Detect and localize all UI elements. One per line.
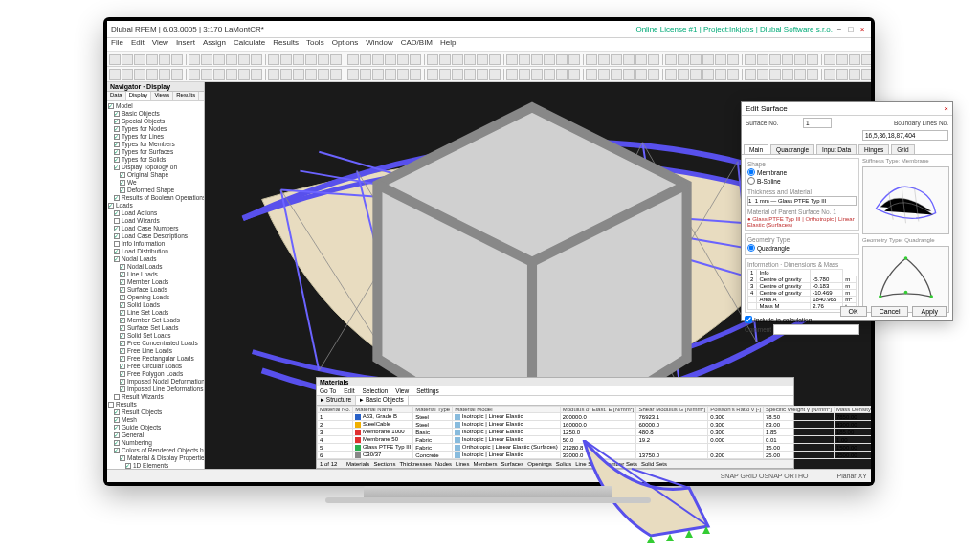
- toolbar-icon[interactable]: [201, 69, 212, 80]
- mat-foot-tab[interactable]: Materials: [346, 461, 369, 467]
- toolbar-icon[interactable]: [702, 69, 714, 80]
- nav-item[interactable]: Member Loads: [108, 278, 203, 286]
- shape-radio[interactable]: [747, 168, 755, 176]
- nav-checkbox[interactable]: [120, 180, 125, 186]
- include-calc-checkbox[interactable]: [745, 316, 752, 323]
- toolbar-icon[interactable]: [189, 54, 200, 65]
- nav-item[interactable]: Load Actions: [108, 209, 203, 217]
- toolbar-icon[interactable]: [159, 54, 170, 65]
- toolbar-icon[interactable]: [410, 69, 421, 80]
- nav-item[interactable]: Surface Loads: [108, 286, 203, 294]
- toolbar-icon[interactable]: [611, 69, 622, 80]
- nav-checkbox[interactable]: [114, 126, 120, 132]
- nav-tab[interactable]: Data: [107, 92, 126, 100]
- toolbar-icon[interactable]: [372, 69, 384, 80]
- nav-item[interactable]: Free Circular Loads: [108, 363, 203, 370]
- nav-item[interactable]: Member Set Loads: [108, 317, 203, 324]
- nav-checkbox[interactable]: [114, 448, 120, 453]
- nav-checkbox[interactable]: [108, 203, 114, 209]
- toolbar-icon[interactable]: [849, 54, 860, 65]
- materials-foot-tabs[interactable]: MaterialsSectionsThicknessesNodesLinesMe…: [346, 461, 671, 467]
- boundary-lines-input[interactable]: [862, 130, 948, 141]
- nav-checkbox[interactable]: [120, 318, 125, 323]
- nav-checkbox[interactable]: [120, 272, 125, 277]
- toolbar-row-1[interactable]: [107, 52, 871, 67]
- toolbar-icon[interactable]: [715, 54, 726, 65]
- nav-checkbox[interactable]: [120, 279, 125, 285]
- mat-foot-tab[interactable]: Surfaces: [501, 461, 523, 467]
- table-row[interactable]: 6 C30/37Concrete Isotropic | Linear Elas…: [318, 452, 872, 459]
- materials-panel[interactable]: Materials Go ToEditSelectionViewSettings…: [316, 377, 794, 469]
- toolbar-icon[interactable]: [769, 69, 781, 80]
- nav-item[interactable]: Result Wizards: [108, 393, 203, 401]
- toolbar-icon[interactable]: [427, 69, 438, 80]
- nav-item[interactable]: 1D Elements: [108, 462, 203, 469]
- table-row[interactable]: 4 Membrane 50Fabric Isotropic | Linear E…: [318, 436, 872, 444]
- nav-item[interactable]: Load Wizards: [108, 217, 203, 225]
- nav-item[interactable]: Result Objects: [108, 408, 203, 416]
- nav-checkbox[interactable]: [114, 249, 120, 254]
- menu-assign[interactable]: Assign: [203, 38, 226, 51]
- toolbar-icon[interactable]: [347, 54, 359, 65]
- nav-item[interactable]: Guide Objects: [108, 424, 203, 431]
- dialog-buttons[interactable]: OKCancelApply: [840, 306, 947, 317]
- toolbar-icon[interactable]: [189, 69, 200, 80]
- toolbar-icon[interactable]: [678, 54, 689, 65]
- nav-checkbox[interactable]: [114, 256, 120, 262]
- nav-checkbox[interactable]: [114, 394, 120, 400]
- dialog-tabs[interactable]: MainQuadrangleInput DataHingesGrid: [742, 144, 952, 155]
- toolbar-icon[interactable]: [226, 54, 237, 65]
- toolbar-icon[interactable]: [715, 69, 726, 80]
- nav-checkbox[interactable]: [114, 440, 120, 446]
- toolbar-icon[interactable]: [330, 54, 342, 65]
- mat-foot-tab[interactable]: Lines: [456, 461, 469, 467]
- toolbar-icon[interactable]: [568, 54, 580, 65]
- toolbar-icon[interactable]: [519, 69, 530, 80]
- materials-table[interactable]: Material No.Material NameMaterial TypeMa…: [317, 406, 871, 459]
- navigator-tree[interactable]: ModelBasic ObjectsSpecial ObjectsTypes f…: [107, 101, 204, 469]
- toolbar-icon[interactable]: [452, 54, 463, 65]
- nav-item[interactable]: Material & Display Properties: [108, 454, 203, 462]
- nav-checkbox[interactable]: [120, 341, 125, 346]
- nav-checkbox[interactable]: [114, 195, 120, 201]
- toolbar-icon[interactable]: [836, 69, 848, 80]
- toolbar-icon[interactable]: [280, 69, 292, 80]
- nav-tab[interactable]: Views: [151, 92, 173, 100]
- toolbar-icon[interactable]: [171, 54, 183, 65]
- toolbar-icon[interactable]: [757, 54, 768, 65]
- nav-checkbox[interactable]: [114, 210, 120, 216]
- toolbar-icon[interactable]: [824, 69, 835, 80]
- close-icon[interactable]: ×: [858, 25, 867, 34]
- toolbar-icon[interactable]: [623, 54, 635, 65]
- maximize-icon[interactable]: □: [846, 25, 856, 34]
- toolbar-icon[interactable]: [506, 54, 518, 65]
- menu-options[interactable]: Options: [332, 38, 359, 51]
- nav-checkbox[interactable]: [114, 425, 120, 430]
- toolbar-icon[interactable]: [109, 69, 121, 80]
- nav-checkbox[interactable]: [120, 333, 125, 339]
- toolbar-icon[interactable]: [586, 69, 597, 80]
- nav-checkbox[interactable]: [114, 241, 120, 247]
- toolbar-icon[interactable]: [586, 54, 597, 65]
- nav-checkbox[interactable]: [125, 463, 131, 469]
- toolbar-icon[interactable]: [556, 54, 568, 65]
- nav-checkbox[interactable]: [120, 356, 125, 362]
- nav-checkbox[interactable]: [114, 226, 120, 231]
- toolbar-icon[interactable]: [360, 69, 371, 80]
- nav-checkbox[interactable]: [114, 218, 120, 224]
- surface-no-input[interactable]: [803, 118, 832, 128]
- dialog-tab[interactable]: Grid: [891, 144, 914, 154]
- nav-item[interactable]: Types for Nodes: [108, 125, 203, 133]
- nav-checkbox[interactable]: [114, 157, 120, 163]
- nav-checkbox[interactable]: [120, 325, 125, 331]
- menu-calculate[interactable]: Calculate: [234, 38, 265, 51]
- mat-foot-tab[interactable]: Openings: [527, 461, 552, 467]
- nav-item[interactable]: We: [108, 179, 203, 187]
- toolbar-icon[interactable]: [201, 54, 212, 65]
- nav-item[interactable]: Opening Loads: [108, 294, 203, 301]
- nav-checkbox[interactable]: [120, 295, 125, 300]
- toolbar-icon[interactable]: [678, 69, 689, 80]
- navigator-tabs[interactable]: DataDisplayViewsResults: [107, 92, 204, 101]
- toolbar-icon[interactable]: [439, 54, 451, 65]
- nav-item[interactable]: Imposed Line Deformations: [108, 386, 203, 393]
